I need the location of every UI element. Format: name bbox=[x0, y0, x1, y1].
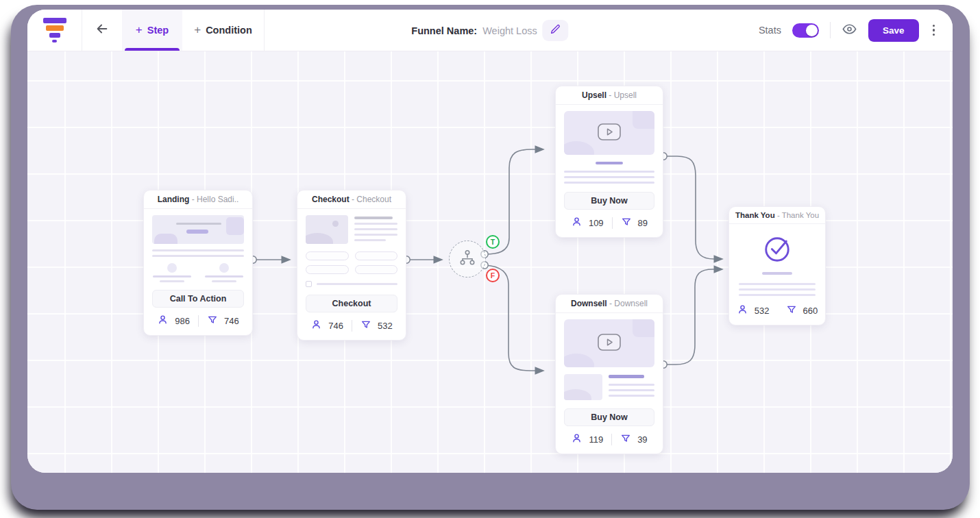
cta-button[interactable]: Buy Now bbox=[564, 408, 654, 426]
pencil-icon bbox=[550, 24, 561, 38]
node-stats: 746 532 bbox=[306, 319, 397, 333]
visitors-count: 746 bbox=[328, 321, 343, 331]
visitors-icon bbox=[157, 314, 169, 328]
cta-button[interactable]: Checkout bbox=[306, 295, 397, 312]
node-title: Thank You - Thank You bbox=[729, 207, 825, 224]
visitors-count: 119 bbox=[589, 434, 603, 445]
page-thumbnail bbox=[152, 215, 244, 282]
filtered-count: 532 bbox=[378, 321, 393, 331]
node-title: Checkout - Checkout bbox=[297, 190, 406, 209]
preview-button[interactable] bbox=[842, 21, 857, 40]
node-checkout[interactable]: Checkout - Checkout Checkout bbox=[297, 190, 406, 341]
toolbar: + Step + Condition Funnel Name: Weight L… bbox=[27, 10, 953, 51]
filter-icon bbox=[786, 304, 797, 318]
plus-icon: + bbox=[194, 23, 201, 37]
play-icon bbox=[598, 123, 621, 143]
node-stats: 986 746 bbox=[152, 314, 244, 328]
visitors-icon bbox=[310, 319, 322, 333]
node-landing[interactable]: Landing - Hello Sadi.. Call To Action 98… bbox=[143, 190, 253, 336]
page-thumbnail bbox=[564, 111, 654, 184]
node-stats: 119 39 bbox=[564, 432, 654, 447]
funnel-logo-icon bbox=[43, 18, 66, 42]
app-logo[interactable] bbox=[27, 10, 82, 51]
toolbar-right: Stats Save bbox=[759, 10, 953, 51]
condition-node[interactable] bbox=[449, 241, 486, 278]
filter-icon bbox=[620, 433, 631, 447]
check-circle-icon bbox=[761, 234, 793, 267]
node-thank-you[interactable]: Thank You - Thank You 532 bbox=[728, 206, 826, 325]
node-title: Upsell - Upsell bbox=[556, 86, 663, 105]
split-icon bbox=[458, 249, 476, 269]
node-upsell[interactable]: Upsell - Upsell Buy Now 109 bbox=[555, 86, 663, 238]
true-branch-badge: T bbox=[486, 235, 500, 249]
filter-icon bbox=[621, 217, 632, 230]
tab-step-label: Step bbox=[147, 25, 169, 36]
tab-add-condition[interactable]: + Condition bbox=[182, 10, 265, 51]
visitors-icon bbox=[571, 216, 583, 230]
node-stats: 109 89 bbox=[564, 216, 654, 230]
funnel-name-value: Weight Loss bbox=[482, 25, 537, 36]
toggle-knob bbox=[806, 25, 818, 36]
node-title: Downsell - Downsell bbox=[556, 295, 663, 313]
cta-button[interactable]: Call To Action bbox=[152, 290, 244, 308]
filter-icon bbox=[207, 314, 218, 328]
node-stats: 532 660 bbox=[739, 304, 816, 318]
arrow-left-icon bbox=[95, 21, 110, 39]
stats-label: Stats bbox=[759, 25, 781, 36]
funnel-name-label: Funnel Name: bbox=[411, 25, 477, 36]
page-thumbnail bbox=[306, 215, 397, 287]
node-title: Landing - Hello Sadi.. bbox=[144, 190, 252, 209]
tab-add-step[interactable]: + Step bbox=[122, 10, 182, 51]
eye-icon bbox=[842, 21, 857, 40]
page-thumbnail bbox=[564, 319, 654, 400]
stats-toggle[interactable] bbox=[792, 23, 819, 38]
app-window: + Step + Condition Funnel Name: Weight L… bbox=[27, 10, 953, 473]
visitors-count: 532 bbox=[755, 306, 770, 316]
play-icon bbox=[598, 334, 621, 354]
save-button[interactable]: Save bbox=[868, 19, 919, 42]
visitors-count: 986 bbox=[175, 316, 190, 326]
page-thumbnail bbox=[739, 234, 816, 296]
more-menu-button[interactable] bbox=[930, 22, 938, 39]
cta-button[interactable]: Buy Now bbox=[564, 192, 654, 210]
plus-icon: + bbox=[136, 23, 143, 37]
visitors-icon bbox=[737, 304, 748, 318]
filtered-count: 660 bbox=[803, 306, 818, 316]
back-button[interactable] bbox=[82, 10, 122, 51]
filter-icon bbox=[360, 319, 371, 333]
edit-funnel-name-button[interactable] bbox=[543, 20, 569, 41]
filtered-count: 39 bbox=[637, 434, 647, 445]
divider bbox=[830, 22, 831, 38]
filtered-count: 746 bbox=[224, 316, 239, 326]
tab-condition-label: Condition bbox=[206, 25, 252, 36]
flow-canvas[interactable]: Landing - Hello Sadi.. Call To Action 98… bbox=[27, 51, 953, 473]
visitors-icon bbox=[571, 432, 583, 447]
funnel-name-group: Funnel Name: Weight Loss bbox=[411, 10, 568, 51]
visitors-count: 109 bbox=[589, 218, 604, 228]
false-branch-badge: F bbox=[486, 269, 500, 282]
node-downsell[interactable]: Downsell - Downsell bbox=[555, 294, 663, 454]
filtered-count: 89 bbox=[638, 218, 648, 228]
